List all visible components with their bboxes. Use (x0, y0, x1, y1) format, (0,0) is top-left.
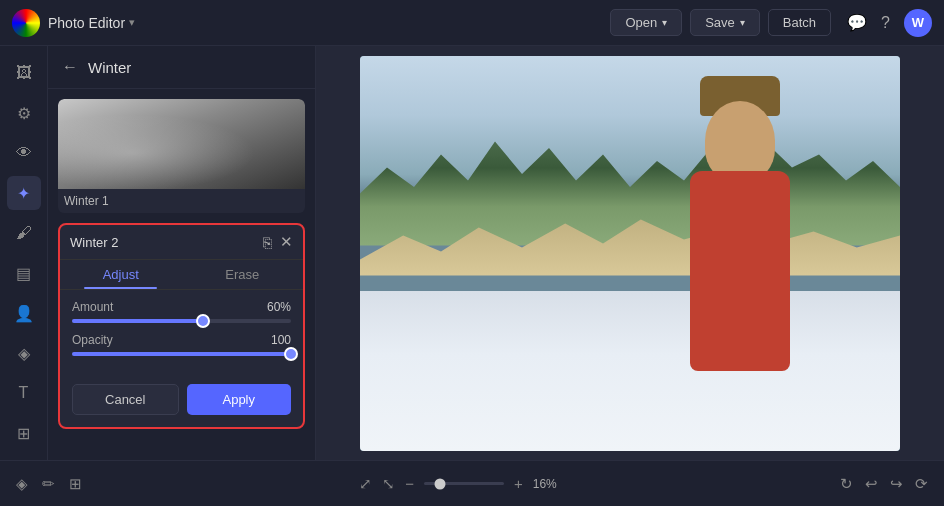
app-name: Photo Editor (48, 15, 125, 31)
app-menu-chevron[interactable]: ▾ (129, 16, 135, 29)
amount-label-row: Amount 60% (72, 300, 291, 314)
amount-thumb[interactable] (196, 314, 210, 328)
redo-icon[interactable]: ↪ (890, 475, 903, 493)
sidebar-text-btn[interactable]: T (7, 376, 41, 410)
zoom-in-icon[interactable]: + (514, 475, 523, 492)
sidebar-people-btn[interactable]: 👤 (7, 296, 41, 330)
opacity-track[interactable] (72, 352, 291, 356)
save-button[interactable]: Save ▾ (690, 9, 760, 36)
layers-icon[interactable]: ◈ (16, 475, 28, 493)
app-logo (12, 9, 40, 37)
help-icon[interactable]: ? (881, 14, 890, 32)
tab-erase[interactable]: Erase (182, 260, 304, 289)
person-head (705, 101, 775, 181)
preset-thumbnail-inner-1 (58, 99, 305, 189)
panel-content: Winter 1 Winter 2 ⎘ ✕ Adjust Erase (48, 89, 315, 460)
edit-icon[interactable]: ✏ (42, 475, 55, 493)
adjust-popup: Winter 2 ⎘ ✕ Adjust Erase (58, 223, 305, 429)
back-button[interactable]: ← (60, 56, 80, 78)
bottom-left: ◈ ✏ ⊞ (16, 475, 82, 493)
amount-value: 60% (267, 300, 291, 314)
amount-fill (72, 319, 203, 323)
undo-icon[interactable]: ↩ (865, 475, 878, 493)
duplicate-icon-button[interactable]: ⎘ (263, 234, 272, 251)
sidebar-image-btn[interactable]: 🖼 (7, 56, 41, 90)
adjust-tabs: Adjust Erase (60, 260, 303, 290)
preset-thumbnail-1 (58, 99, 305, 189)
close-icon-button[interactable]: ✕ (280, 233, 293, 251)
main-layout: 🖼 ⚙ 👁 ✦ 🖌 ▤ 👤 ◈ T ⊞ ← Winter Winter 1 (0, 46, 944, 460)
refresh-icon[interactable]: ↻ (840, 475, 853, 493)
person-silhouette (660, 91, 820, 371)
sidebar-effects-btn[interactable]: ✦ (7, 176, 41, 210)
opacity-fill (72, 352, 291, 356)
batch-button[interactable]: Batch (768, 9, 831, 36)
opacity-thumb[interactable] (284, 347, 298, 361)
sidebar-export-btn[interactable]: ⊞ (7, 416, 41, 450)
panel-header: ← Winter (48, 46, 315, 89)
canvas-area (316, 46, 944, 460)
cancel-button[interactable]: Cancel (72, 384, 179, 415)
topbar: Photo Editor ▾ Open ▾ Save ▾ Batch 💬 ? W (0, 0, 944, 46)
preset-name-1: Winter 1 (58, 189, 305, 213)
preset-item-2-wrapper: Winter 2 ⎘ ✕ Adjust Erase (58, 223, 305, 429)
zoom-value: 16% (533, 477, 563, 491)
zoom-thumb[interactable] (435, 478, 446, 489)
history-icon[interactable]: ⟳ (915, 475, 928, 493)
topbar-icons: 💬 ? W (847, 9, 932, 37)
bottom-center: ⤢ ⤡ − + 16% (359, 475, 563, 493)
sidebar-layers-btn[interactable]: ▤ (7, 256, 41, 290)
adjust-popup-header: Winter 2 ⎘ ✕ (60, 225, 303, 260)
opacity-value: 100 (271, 333, 291, 347)
tab-adjust[interactable]: Adjust (60, 260, 182, 289)
photo-container (360, 56, 900, 451)
amount-track[interactable] (72, 319, 291, 323)
open-button[interactable]: Open ▾ (610, 9, 682, 36)
preset-item-1[interactable]: Winter 1 (58, 99, 305, 213)
sidebar-adjust-btn[interactable]: ⚙ (7, 96, 41, 130)
amount-slider-row: Amount 60% (72, 300, 291, 323)
bottom-right: ↻ ↩ ↪ ⟳ (840, 475, 928, 493)
expand-icon[interactable]: ⤢ (359, 475, 372, 493)
person-body (690, 171, 790, 371)
panel: ← Winter Winter 1 Winter 2 ⎘ ✕ (48, 46, 316, 460)
adjust-body: Amount 60% Opacity (60, 290, 303, 376)
zoom-out-icon[interactable]: − (405, 475, 414, 492)
crop-icon[interactable]: ⤡ (382, 475, 395, 493)
zoom-slider[interactable] (424, 482, 504, 485)
grid-icon[interactable]: ⊞ (69, 475, 82, 493)
adjust-popup-title: Winter 2 (70, 235, 118, 250)
comment-icon[interactable]: 💬 (847, 13, 867, 32)
photo-main (360, 56, 900, 451)
sidebar-eye-btn[interactable]: 👁 (7, 136, 41, 170)
panel-title: Winter (88, 59, 131, 76)
adjust-actions: Cancel Apply (60, 376, 303, 427)
avatar[interactable]: W (904, 9, 932, 37)
opacity-label: Opacity (72, 333, 113, 347)
sidebar-brush-btn[interactable]: 🖌 (7, 216, 41, 250)
adjust-popup-icons: ⎘ ✕ (263, 233, 293, 251)
bottombar: ◈ ✏ ⊞ ⤢ ⤡ − + 16% ↻ ↩ ↪ ⟳ (0, 460, 944, 506)
sidebar-stamp-btn[interactable]: ◈ (7, 336, 41, 370)
icon-sidebar: 🖼 ⚙ 👁 ✦ 🖌 ▤ 👤 ◈ T ⊞ (0, 46, 48, 460)
apply-button[interactable]: Apply (187, 384, 292, 415)
opacity-label-row: Opacity 100 (72, 333, 291, 347)
opacity-slider-row: Opacity 100 (72, 333, 291, 356)
photo-scene (360, 56, 900, 451)
amount-label: Amount (72, 300, 113, 314)
